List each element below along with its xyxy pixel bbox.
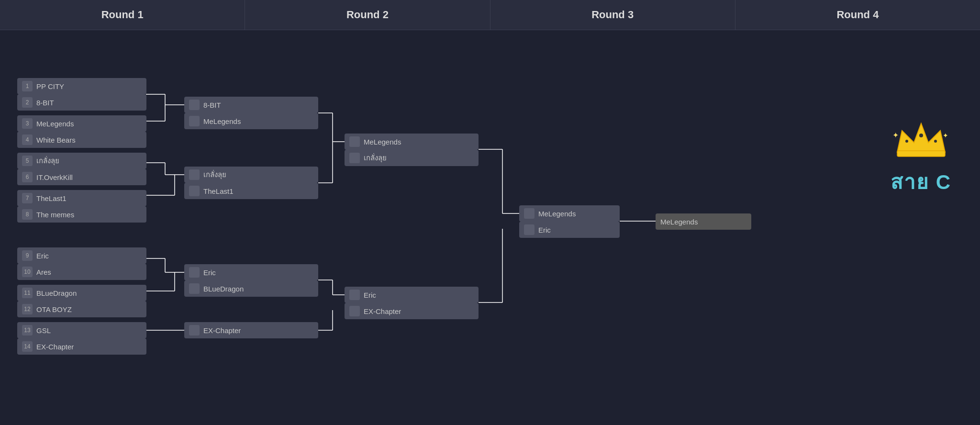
- r1-slot-14: 14 EX-Chapter: [17, 338, 146, 355]
- champion-title: สาย C: [891, 166, 951, 198]
- seed-badge: 13: [22, 325, 33, 336]
- r2-slot-3: เกลั่งลุย: [184, 167, 318, 183]
- r2-indicator: [189, 100, 200, 110]
- svg-marker-34: [897, 123, 945, 152]
- round2-header: Round 2: [245, 0, 490, 30]
- round3-header: Round 3: [490, 0, 735, 30]
- r3-indicator: [349, 290, 360, 300]
- r1-slot-11: 11 BLueDragon: [17, 285, 146, 301]
- svg-point-36: [905, 140, 908, 143]
- seed-badge: 12: [22, 304, 33, 314]
- seed-badge: 3: [22, 118, 33, 129]
- r1-slot-5: 5 เกลั่งลุย: [17, 153, 146, 169]
- seed-badge: 7: [22, 193, 33, 203]
- r2-indicator: [189, 169, 200, 180]
- seed-badge: 10: [22, 267, 33, 277]
- r4-slot-2: Eric: [519, 222, 620, 238]
- svg-text:✦: ✦: [943, 132, 948, 139]
- crown-icon: ✦ ✦: [892, 116, 950, 159]
- seed-badge: 5: [22, 156, 33, 166]
- svg-point-37: [934, 140, 937, 143]
- seed-badge: 4: [22, 134, 33, 145]
- svg-point-35: [919, 134, 923, 137]
- seed-badge: 2: [22, 97, 33, 108]
- seed-badge: 1: [22, 81, 33, 91]
- r1-slot-12: 12 OTA BOYZ: [17, 301, 146, 317]
- svg-rect-38: [897, 151, 945, 157]
- bracket-container: 1 PP CITY 2 8-BIT 3 MeLegends 4 White Be…: [0, 30, 980, 425]
- r3-slot-1: MeLegends: [345, 134, 479, 150]
- r1-slot-2: 2 8-BIT: [17, 94, 146, 111]
- r1-slot-6: 6 IT.OverkKill: [17, 169, 146, 185]
- svg-text:✦: ✦: [892, 131, 899, 139]
- connector-lines: [0, 30, 980, 425]
- bracket-header: Round 1 Round 2 Round 3 Round 4: [0, 0, 980, 30]
- r2-indicator: [189, 325, 200, 336]
- r3-slot-4: EX-Chapter: [345, 303, 479, 319]
- seed-badge: 9: [22, 250, 33, 261]
- r1-slot-13: 13 GSL: [17, 322, 146, 338]
- r3-indicator: [349, 306, 360, 316]
- r2-indicator: [189, 267, 200, 278]
- r4-indicator: [524, 208, 535, 219]
- round1-header: Round 1: [0, 0, 245, 30]
- r2-slot-5: Eric: [184, 264, 318, 280]
- r4-slot-1: MeLegends: [519, 205, 620, 222]
- seed-badge: 6: [22, 172, 33, 182]
- seed-badge: 8: [22, 209, 33, 220]
- r1-slot-10: 10 Ares: [17, 264, 146, 280]
- seed-badge: 14: [22, 341, 33, 352]
- r4-indicator: [524, 224, 535, 235]
- r2-indicator: [189, 283, 200, 294]
- r3-slot-2: เกลั่งลุย: [345, 150, 479, 166]
- round4-header: Round 4: [735, 0, 980, 30]
- r2-slot-7: EX-Chapter: [184, 322, 318, 338]
- final-winner-slot: MeLegends: [656, 213, 751, 230]
- seed-badge: 11: [22, 288, 33, 298]
- r3-slot-3: Eric: [345, 287, 479, 303]
- r3-indicator: [349, 153, 360, 163]
- r1-slot-8: 8 The memes: [17, 206, 146, 223]
- r2-slot-4: TheLast1: [184, 183, 318, 199]
- champion-area: ✦ ✦ สาย C: [891, 116, 951, 198]
- r1-slot-3: 3 MeLegends: [17, 115, 146, 132]
- r1-slot-9: 9 Eric: [17, 247, 146, 264]
- r2-slot-1: 8-BIT: [184, 97, 318, 113]
- r1-slot-4: 4 White Bears: [17, 132, 146, 148]
- r2-slot-2: MeLegends: [184, 113, 318, 129]
- r2-slot-6: BLueDragon: [184, 280, 318, 297]
- r2-indicator: [189, 116, 200, 126]
- r1-slot-7: 7 TheLast1: [17, 190, 146, 206]
- r2-indicator: [189, 186, 200, 196]
- r3-indicator: [349, 136, 360, 147]
- r1-slot-1: 1 PP CITY: [17, 78, 146, 94]
